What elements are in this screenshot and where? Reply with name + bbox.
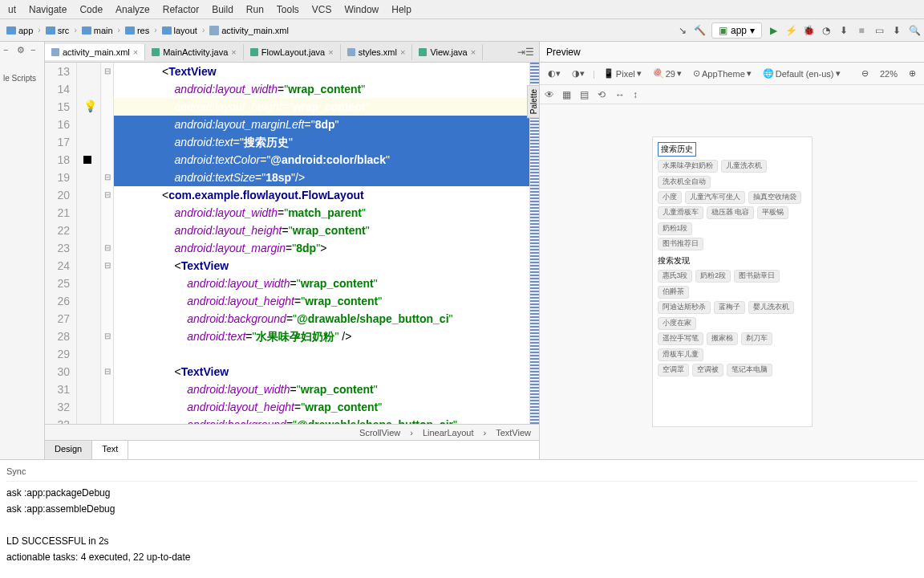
profile-icon[interactable]: ◔ [820,24,833,37]
debug-icon[interactable]: 🐞 [802,24,815,37]
menu-item-help[interactable]: Help [385,2,418,18]
layout-editor-tabs: Design Text [45,440,539,459]
menu-item-build[interactable]: Build [205,2,240,18]
chip: 小度 [658,191,682,204]
layout-icon[interactable]: ▤ [580,89,591,100]
breadcrumb: app› src› main› res› layout› activity_ma… [3,24,292,37]
crumb-layout[interactable]: layout [159,24,201,37]
crumb-src[interactable]: src [43,24,73,37]
chip: 稳压器 电容 [707,206,754,219]
night-mode-icon[interactable]: ◑▾ [569,67,588,80]
run-toolbar: ↘ 🔨 ▣ app ▾ ▶ ⚡ 🐞 ◔ ⬇ ■ ▭ ⬇ 🔍 [676,22,921,39]
close-icon[interactable]: × [231,47,236,57]
code-content[interactable]: <TextView android:layout_width="wrap_con… [114,63,529,424]
fold-gutter[interactable]: ⊟⊟⊟⊟⊟⊟⊟ [101,63,114,424]
chip: 图书勋章日 [734,270,780,283]
chip: 抽真空收纳袋 [748,191,801,204]
zoom-in-icon[interactable]: ⊕ [906,67,919,80]
run-config-selector[interactable]: ▣ app ▾ [711,22,762,39]
collapse-icon[interactable]: − [3,45,14,56]
menu-item-tools[interactable]: Tools [270,2,306,18]
chip: 惠氏3段 [658,270,693,283]
tab-design[interactable]: Design [45,441,92,459]
chip: 水果味孕妇奶粉 [658,160,718,173]
close-icon[interactable]: × [471,47,476,57]
menu-item-refactor[interactable]: Refactor [156,2,205,18]
menu-item-vcs[interactable]: VCS [306,2,338,18]
close-icon[interactable]: × [133,47,138,57]
crumb[interactable]: TextView [496,428,531,438]
stop-icon[interactable]: ■ [855,24,868,37]
xml-icon [209,26,219,35]
hammer-icon[interactable]: 🔨 [694,24,707,37]
preview-canvas[interactable]: 搜索历史 水果味孕妇奶粉儿童洗衣机洗衣机全自动小度儿童汽车可坐人抽真空收纳袋儿童… [540,104,924,459]
folder-icon [46,26,55,35]
editor-tab[interactable]: activity_main.xml× [45,44,145,60]
menu-item-run[interactable]: Run [240,2,270,18]
chip: 图书推荐日 [658,238,703,250]
api-selector[interactable]: 🍭29▾ [650,67,685,80]
menu-item-window[interactable]: Window [338,2,386,18]
preview-toolbar: ◐▾ ◑▾ | 📱Pixel▾ 🍭29▾ ⊙AppTheme▾ 🌐Default… [540,63,924,85]
gear-icon[interactable]: ⚙ [17,45,27,56]
apply-changes-icon[interactable]: ⚡ [784,24,797,37]
search-icon[interactable]: 🔍 [908,24,921,37]
chip: 空调罩 [658,364,689,377]
attach-icon[interactable]: ⬇ [837,24,850,37]
editor-tab[interactable]: View.java× [412,44,483,60]
editor-tabs: activity_main.xml×MainActivity.java×Flow… [45,42,539,63]
device-selector[interactable]: 📱Pixel▾ [600,67,645,80]
pan-icon[interactable]: ↔ [615,89,626,100]
chip: 伯爵茶 [658,286,689,299]
crumb[interactable]: LinearLayout [423,428,474,438]
close-icon[interactable]: × [328,47,333,57]
crumb[interactable]: ScrollView [359,428,400,438]
chip: 小度在家 [658,317,696,330]
preview-toolbar-2: 👁 ▦ ▤ ⟲ ↔ ↕ [540,85,924,104]
refresh-icon[interactable]: ⟲ [598,89,609,100]
menu-item-code[interactable]: Code [73,2,109,18]
editor-tab[interactable]: FlowLayout.java× [244,44,341,60]
editor-tab[interactable]: styles.xml× [341,44,413,60]
line-number-gutter: 1314151617181920212223242526272829303132… [45,63,77,424]
breakpoint-gutter[interactable]: 💡 [77,63,101,424]
tab-text[interactable]: Text [92,441,128,459]
build-tool-window[interactable]: Sync ask :app:packageDebugask :app:assem… [0,459,924,578]
close-icon[interactable]: × [400,47,405,57]
crumb-main[interactable]: main [79,24,116,37]
chip: 搬家棉 [707,332,738,345]
eye-icon[interactable]: 👁 [545,89,556,100]
navigation-bar: app› src› main› res› layout› activity_ma… [0,19,924,42]
menu-item-analyze[interactable]: Analyze [109,2,156,18]
chip: 剃刀车 [741,332,772,345]
hide-icon[interactable]: − [30,45,41,56]
chip: 空调被 [692,364,723,377]
chip: 奶粉1段 [658,222,693,235]
project-tool-window: − ⚙ − le Scripts [0,42,45,459]
menu-item-navigate[interactable]: Navigate [22,2,73,18]
locale-selector[interactable]: 🌐Default (en-us)▾ [760,67,844,80]
zoom-out-icon[interactable]: ⊖ [858,67,872,80]
orientation-icon[interactable]: ◐▾ [545,67,564,80]
palette-tab[interactable]: Palette [527,85,539,118]
preview-device: 搜索历史 水果味孕妇奶粉儿童洗衣机洗衣机全自动小度儿童汽车可坐人抽真空收纳袋儿童… [652,136,813,427]
avd-icon[interactable]: ▭ [873,24,886,37]
chip: 蓝梅子 [714,301,745,314]
vert-icon[interactable]: ↕ [633,89,644,100]
sync-icon[interactable]: ↘ [676,24,689,37]
sdk-icon[interactable]: ⬇ [890,24,903,37]
run-icon[interactable]: ▶ [767,24,780,37]
build-output: ask :app:packageDebugask :app:assembleDe… [6,485,918,565]
crumb-file[interactable]: activity_main.xml [206,24,292,37]
theme-selector[interactable]: ⊙AppTheme▾ [690,67,755,80]
crumb-app[interactable]: app [3,24,36,37]
editor-tab[interactable]: MainActivity.java× [145,44,244,60]
chip: 奶粉2段 [695,270,731,283]
blueprint-icon[interactable]: ▦ [562,89,573,100]
chip: 阿迪达斯秒杀 [658,301,711,314]
tabs-overflow-icon[interactable]: ⇥☰ [513,47,539,58]
folder-icon [82,26,91,35]
menu-item[interactable]: ut [2,2,22,18]
crumb-res[interactable]: res [122,24,152,37]
code-editor[interactable]: 1314151617181920212223242526272829303132… [45,63,539,424]
